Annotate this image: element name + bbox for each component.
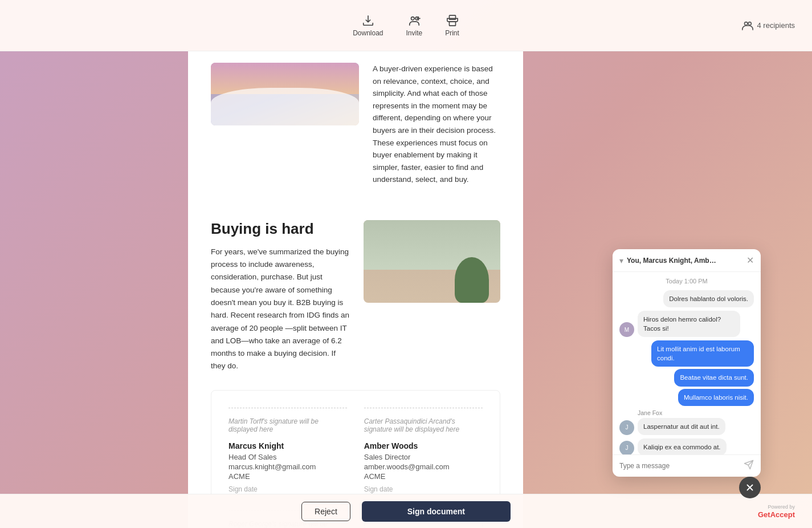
chat-sender-jane: Jane Fox bbox=[638, 409, 754, 416]
chat-bubble-4: Beatae vitae dicta sunt. bbox=[674, 369, 754, 386]
toolbar: Download Invite Print 4 recipients bbox=[0, 0, 812, 51]
sig-placeholder-1: Martin Torff's signature will be display… bbox=[228, 417, 347, 433]
svg-point-6 bbox=[744, 22, 748, 25]
chat-header-left: ▾ You, Marcus Knight, Amber Wo... bbox=[619, 256, 718, 265]
sig-name-2: Amber Woods bbox=[364, 441, 483, 450]
chat-avatar-jane-2: J bbox=[619, 441, 634, 454]
chat-avatar-jane: J bbox=[619, 420, 634, 435]
chat-bubble-2: Hiros delon hemro calidol? Tacos si! bbox=[638, 311, 740, 337]
sig-company-2: ACME bbox=[364, 472, 483, 481]
sig-email-2: amber.woods@gmail.com bbox=[364, 462, 483, 471]
reject-button[interactable]: Reject bbox=[301, 502, 350, 521]
chat-avatar-marcus: M bbox=[619, 322, 634, 337]
chat-bubble-6: Laspernatur aut dit aut int. bbox=[638, 418, 725, 435]
chat-send-button[interactable] bbox=[744, 460, 754, 472]
chat-title: You, Marcus Knight, Amber Wo... bbox=[627, 257, 718, 265]
chat-message-jane-2: J Kaliqip ex ea commodo at. bbox=[619, 438, 754, 454]
svg-point-7 bbox=[748, 22, 751, 25]
download-button[interactable]: Download bbox=[353, 14, 383, 37]
signature-block-2: Carter Passaquindici Arcand's signature … bbox=[364, 408, 483, 493]
bottom-bar: Reject Sign document Powered by GetAccep… bbox=[0, 494, 812, 528]
chat-message-input[interactable] bbox=[619, 462, 739, 470]
chat-panel: ▾ You, Marcus Knight, Amber Wo... ✕ Toda… bbox=[613, 249, 761, 477]
print-label: Print bbox=[445, 29, 459, 37]
sig-role-2: Sales Director bbox=[364, 453, 483, 461]
svg-point-0 bbox=[411, 17, 414, 19]
hero-section: A buyer-driven experience is based on re… bbox=[211, 63, 500, 203]
brand-get: Get bbox=[758, 510, 770, 519]
chat-date-label: Today 1:00 PM bbox=[619, 278, 754, 285]
brand-accept: Accept bbox=[770, 510, 795, 519]
chat-bubble-1: Dolres hablanto dol voloris. bbox=[663, 290, 754, 307]
powered-by-label: Powered by bbox=[768, 504, 795, 510]
brand-name: GetAccept bbox=[758, 510, 795, 519]
sign-document-button[interactable]: Sign document bbox=[362, 501, 511, 522]
hero-image bbox=[211, 63, 359, 125]
chat-close-fab[interactable] bbox=[739, 477, 761, 498]
chat-bubble-7: Kaliqip ex ea commodo at. bbox=[638, 438, 727, 454]
buying-title: Buying is hard bbox=[211, 220, 350, 238]
sig-date-2: Sign date bbox=[364, 485, 483, 493]
invite-button[interactable]: Invite bbox=[406, 14, 423, 37]
sig-company-1: ACME bbox=[228, 472, 347, 481]
buying-image bbox=[364, 220, 500, 303]
buying-body: For years, we've summarized the buying p… bbox=[211, 246, 350, 373]
buying-text: Buying is hard For years, we've summariz… bbox=[211, 220, 350, 373]
sig-placeholder-2: Carter Passaquindici Arcand's signature … bbox=[364, 417, 483, 433]
chat-outgoing-group: Lit mollit anim id est laborum condi. Be… bbox=[619, 340, 754, 405]
chat-header: ▾ You, Marcus Knight, Amber Wo... ✕ bbox=[613, 249, 761, 272]
recipients-label: 4 recipients bbox=[757, 21, 795, 30]
sig-email-1: marcus.knight@gmail.com bbox=[228, 462, 347, 471]
intro-text: A buyer-driven experience is based on re… bbox=[373, 63, 500, 186]
chat-message-1: Dolres hablanto dol voloris. bbox=[619, 290, 754, 307]
sig-date-1: Sign date bbox=[228, 485, 347, 493]
signature-block-1: Martin Torff's signature will be display… bbox=[228, 408, 347, 493]
download-label: Download bbox=[353, 29, 383, 37]
chat-messages: Today 1:00 PM Dolres hablanto dol volori… bbox=[613, 272, 761, 454]
sig-name-1: Marcus Knight bbox=[228, 441, 347, 450]
chat-message-jane-1: J Laspernatur aut dit aut int. bbox=[619, 418, 754, 435]
sig-role-1: Head Of Sales bbox=[228, 453, 347, 461]
chat-close-icon[interactable]: ✕ bbox=[746, 255, 754, 266]
intro-paragraph: A buyer-driven experience is based on re… bbox=[373, 63, 500, 186]
chat-bubble-3: Lit mollit anim id est laborum condi. bbox=[651, 340, 754, 367]
getaccept-logo: Powered by GetAccept bbox=[758, 504, 795, 519]
chat-message-2: M Hiros delon hemro calidol? Tacos si! bbox=[619, 311, 754, 337]
invite-label: Invite bbox=[406, 29, 423, 37]
chat-input-area bbox=[613, 454, 761, 477]
buying-section: Buying is hard For years, we've summariz… bbox=[211, 220, 500, 373]
recipients-button[interactable]: 4 recipients bbox=[741, 19, 795, 32]
svg-rect-5 bbox=[449, 21, 455, 25]
print-button[interactable]: Print bbox=[445, 14, 459, 37]
chat-bubble-5: Mullamco laboris nisit. bbox=[678, 389, 754, 406]
document-area: A buyer-driven experience is based on re… bbox=[188, 51, 523, 528]
left-decorative-area bbox=[0, 51, 188, 528]
chat-collapse-icon[interactable]: ▾ bbox=[619, 256, 623, 265]
